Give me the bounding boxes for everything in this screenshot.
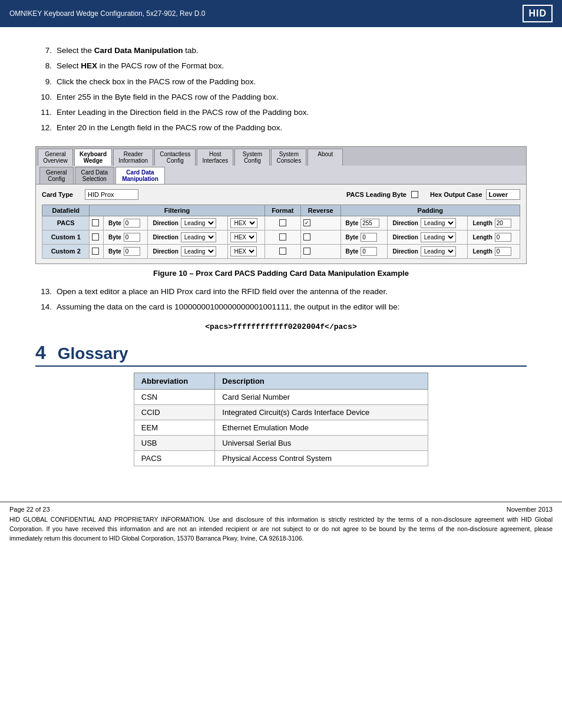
tab-host-interfaces[interactable]: HostInterfaces [197,149,233,166]
step-7: 7. Select the Card Data Manipulation tab… [35,45,527,57]
sub-tab-bar[interactable]: GeneralConfig Card DataSelection Card Da… [36,166,526,185]
custom1-filtering-cell [90,230,104,244]
custom2-format-select[interactable]: HEX [230,246,257,256]
tab-reader-information[interactable]: ReaderInformation [113,149,153,166]
custom2-filter-byte-input[interactable] [124,247,140,256]
custom1-filter-direction-select[interactable]: Leading Trailing [181,232,216,242]
col-datafield: Datafield [42,205,90,216]
custom1-padding-length-cell: Length [468,230,520,244]
col-reverse: Reverse [300,205,340,216]
custom1-padding-direction-select[interactable]: Leading Trailing [421,232,456,242]
step-14: 14. Assuming the data on the card is 100… [35,301,527,313]
ui-screenshot: GeneralOverview KeyboardWedge ReaderInfo… [35,146,527,264]
tab-keyboard-wedge[interactable]: KeyboardWedge [74,149,112,166]
sub-tab-card-data-selection[interactable]: Card DataSelection [75,167,115,184]
table-row: Custom 1 Byte [42,230,520,244]
custom2-filter-checkbox[interactable] [92,248,99,255]
custom2-padding-length-input[interactable] [495,247,511,256]
pacs-padding-length-input[interactable] [495,219,511,228]
custom1-filtering-byte-cell: Byte [104,230,148,244]
custom1-format-cell: HEX [228,230,265,244]
pacs-format-select[interactable]: HEX DEC BIN [230,218,257,228]
custom1-filter-byte-input[interactable] [124,233,140,242]
custom2-filter-direction-select[interactable]: Leading Trailing [181,246,216,256]
pacs-padding-check-cell [300,216,340,230]
glossary-desc: Universal Serial Bus [215,436,428,451]
step-9: 9. Click the check box in the PACS row o… [35,76,527,88]
tab-contactless-config[interactable]: ContactlessConfig [154,149,196,166]
custom2-filtering-cell [90,244,104,258]
custom2-padding-checkbox[interactable] [303,248,310,255]
custom1-format-select[interactable]: HEX [230,232,257,242]
pacs-filter-direction-select[interactable]: Leading Trailing [181,218,216,228]
glossary-row: USB Universal Serial Bus [134,436,428,451]
custom2-padding-direction-select[interactable]: Leading Trailing [421,246,456,256]
custom2-format-cell: HEX [228,244,265,258]
pacs-leading-section: PACS Leading Byte [346,191,418,198]
pacs-leading-checkbox[interactable] [411,191,418,198]
glossary-desc: Physical Access Control System [215,451,428,466]
custom2-padding-direction-cell: Direction Leading Trailing [388,244,468,258]
tab-general-overview[interactable]: GeneralOverview [38,149,73,166]
table-row: PACS Byte [42,216,520,230]
step-10: 10. Enter 255 in the Byte field in the P… [35,91,527,103]
custom1-padding-checkbox[interactable] [303,233,310,241]
step-num-11: 11. [35,107,52,118]
step-num-13: 13. [35,286,52,298]
code-block: <pacs>ffffffffffff0202004f</pacs> [35,322,527,331]
pacs-padding-byte-cell: Byte [340,216,388,230]
custom2-reverse-checkbox[interactable] [279,248,286,255]
glossary-desc: Integrated Circuit(s) Cards Interface De… [215,405,428,420]
footer-legal: HID GLOBAL CONFIDENTIAL AND PROPRIETARY … [9,515,553,543]
hex-output-value: Lower [486,189,520,200]
glossary-abbr: EEM [134,420,214,436]
pacs-filter-byte-input[interactable] [124,219,140,228]
step-num-10: 10. [35,91,52,103]
tab-about[interactable]: About [308,149,343,166]
figure-caption: Figure 10 – Prox Card PACS Padding Card … [35,269,527,278]
custom1-padding-byte-cell: Byte [340,230,388,244]
custom1-reverse-checkbox[interactable] [279,233,286,241]
tab-system-config[interactable]: SystemConfig [234,149,270,166]
card-type-label: Card Type [42,191,73,198]
sub-tab-card-data-manipulation[interactable]: Card DataManipulation [115,167,165,184]
page-number: Page 22 of 23 [9,506,50,513]
step-13: 13. Open a text editor a place an HID Pr… [35,286,527,298]
custom1-filtering-direction-cell: Direction Leading Trailing [148,230,228,244]
card-type-value: HID Prox [85,189,138,200]
glossary-row: PACS Physical Access Control System [134,451,428,466]
custom1-filter-checkbox[interactable] [92,233,99,241]
glossary-row: CCID Integrated Circuit(s) Cards Interfa… [134,405,428,420]
pacs-reverse-checkbox[interactable] [279,219,286,226]
pacs-padding-byte-input[interactable] [361,219,379,228]
hex-output-section: Hex Output Case Lower [430,189,520,200]
glossary-row: CSN Card Serial Number [134,390,428,405]
glossary-row: EEM Ethernet Emulation Mode [134,420,428,436]
sub-tab-general-config[interactable]: GeneralConfig [39,167,74,184]
custom2-filtering-byte-cell: Byte [104,244,148,258]
custom1-padding-length-input[interactable] [495,233,511,242]
row-label-custom1: Custom 1 [42,230,90,244]
step-num-12: 12. [35,122,52,134]
pacs-filter-checkbox[interactable] [92,219,99,226]
custom1-padding-byte-input[interactable] [361,233,377,242]
col-format: Format [265,205,300,216]
custom2-filtering-direction-cell: Direction Leading Trailing [148,244,228,258]
step-8: 8. Select HEX in the PACS row of the For… [35,60,527,72]
section-number: 4 [35,343,46,362]
panel-content: Card Type HID Prox PACS Leading Byte Hex… [36,185,526,263]
pacs-filtering-byte-cell: Byte [104,216,148,230]
custom1-padding-check-cell [300,230,340,244]
pacs-padding-direction-select[interactable]: Leading Trailing [421,218,456,228]
main-tab-bar[interactable]: GeneralOverview KeyboardWedge ReaderInfo… [36,147,526,166]
row-label-pacs: PACS [42,216,90,230]
custom2-padding-length-cell: Length [468,244,520,258]
glossary-abbr: CCID [134,405,214,420]
step-num-7: 7. [35,45,52,57]
pacs-padding-checkbox[interactable] [303,219,310,226]
main-content: 7. Select the Card Data Manipulation tab… [0,27,562,478]
step-12: 12. Enter 20 in the Length field in the … [35,122,527,134]
custom2-padding-byte-input[interactable] [361,247,377,256]
glossary-col-abbreviation: Abbreviation [134,373,214,390]
tab-system-consoles[interactable]: SystemConsoles [271,149,306,166]
